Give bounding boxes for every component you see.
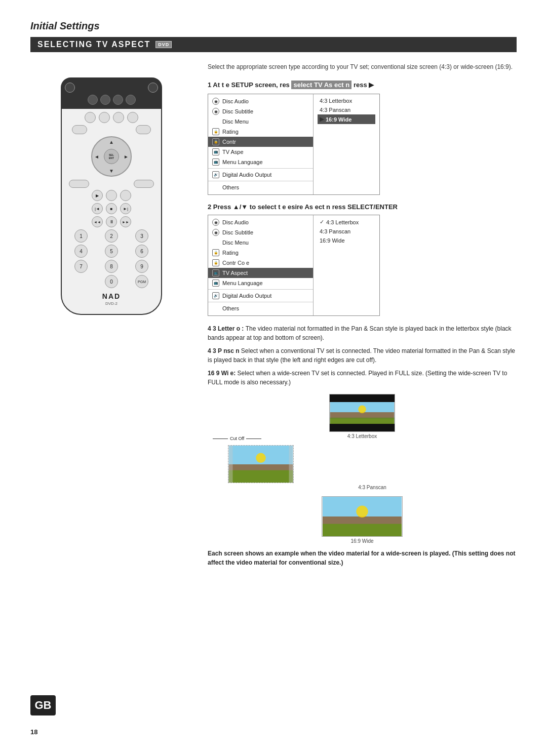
dvd2-label: DVD-2 (67, 301, 156, 306)
menu-2-disc-subtitle[interactable]: ◉ Disc Subtitle (208, 227, 313, 237)
others-icon-2 (212, 305, 219, 312)
num-4[interactable]: 4 (74, 245, 88, 258)
cut-off-line-left (213, 439, 228, 439)
num-2[interactable]: 2 (105, 229, 118, 243)
menu-2-contr[interactable]: 🔒 Contr Co e (208, 258, 313, 268)
num-7[interactable]: 7 (74, 260, 88, 273)
play-button[interactable]: ▶ (92, 190, 103, 201)
menu-2-others[interactable]: Others (208, 303, 313, 313)
letterbox-image-item: 4:3 Letterbox (208, 394, 517, 439)
next-button[interactable]: ►| (120, 203, 131, 214)
menu-2-menu-language[interactable]: 📺 Menu Language (208, 278, 313, 288)
menu-1-others[interactable]: Others (208, 182, 313, 192)
tv-aspect-icon-2: 📺 (212, 269, 219, 276)
wide-image-item: 16:9 Wide (208, 496, 517, 544)
rewind-button[interactable]: ◄◄ (92, 216, 103, 227)
intro-text: Select the appropriate screen type accor… (208, 62, 517, 71)
menu-1-menu-language[interactable]: 📺 Menu Language (208, 157, 313, 167)
menu-1-disc-audio[interactable]: ◉ Disc Audio (208, 96, 313, 106)
num-5[interactable]: 5 (105, 245, 118, 258)
remote-wrapper: 1,2 (61, 77, 162, 315)
menu-2-rating[interactable]: 🔒 Rating (208, 248, 313, 258)
menu-1-tv-aspect-label: TV Aspe (222, 149, 244, 155)
power-button[interactable] (65, 83, 75, 93)
menu-1-disc-subtitle[interactable]: ◉ Disc Subtitle (208, 106, 313, 116)
random-button[interactable] (126, 95, 136, 105)
menu-1-digital-audio-label: Digital Audio Output (222, 172, 271, 178)
menu-1-rating[interactable]: 🔒 Rating (208, 127, 313, 137)
menu-1-tv-aspect[interactable]: 📺 TV Aspe (208, 147, 313, 157)
option-43-letterbox[interactable]: 4:3 Letterbox (318, 96, 375, 105)
num-8[interactable]: 8 (105, 260, 118, 273)
bottom-text-strong: Each screen shows an example when the vi… (208, 550, 516, 566)
option2-43-panscan[interactable]: 4:3 Panscan (318, 227, 375, 236)
option2-43-letterbox[interactable]: ✓ 4:3 Letterbox (318, 217, 375, 227)
prev-button[interactable]: |◄ (92, 203, 103, 214)
pause-button[interactable]: ⏸ (106, 216, 117, 227)
num-6[interactable]: 6 (135, 245, 148, 258)
menu-lang-icon-2: 📺 (212, 280, 219, 287)
rating-icon: 🔒 (212, 128, 219, 135)
desc-letterbox-text: The video material not formatted in the … (208, 325, 512, 341)
open-close-button[interactable] (148, 83, 158, 93)
select-enter-button[interactable]: SELENT (104, 149, 119, 164)
digital-audio-icon-2: 🔊 (212, 292, 219, 299)
stop-button[interactable]: ■ (106, 203, 117, 214)
contr-icon: 🔒 (212, 138, 219, 145)
option-169-wide[interactable]: ▶ 16:9 Wide (318, 114, 375, 124)
menu-2-disc-audio-label: Disc Audio (222, 219, 249, 225)
step-1: 1 At t e SETUP screen, res select TV As … (208, 81, 517, 195)
contr-icon-2: 🔒 (212, 259, 219, 266)
menu-lang-icon: 📺 (212, 158, 219, 166)
panscan-image-box (228, 445, 294, 483)
menu-2-tv-aspect[interactable]: 📺 TV Aspect (208, 268, 313, 278)
num-9[interactable]: 9 (135, 260, 148, 273)
repeat-button[interactable] (100, 95, 110, 105)
num-3[interactable]: 3 (135, 229, 148, 243)
rating-icon-2: 🔒 (212, 249, 219, 256)
menu-2-disc-audio[interactable]: ◉ Disc Audio (208, 217, 313, 227)
menu-button[interactable] (136, 125, 151, 134)
menu-2-disc-menu[interactable]: Disc Menu (208, 237, 313, 248)
up-arrow[interactable]: ▲ (109, 139, 114, 145)
music-button[interactable] (85, 112, 96, 123)
d-pad[interactable]: ▲ ▼ ◄ ► SELENT (91, 136, 132, 177)
disc-audio-icon: ◉ (212, 98, 219, 105)
menu-1-contr[interactable]: 🔒 Contr (208, 137, 313, 147)
desc-letterbox: 4 3 Letter o : The video material not fo… (208, 324, 517, 342)
option-43-panscan[interactable]: 4:3 Panscan (318, 105, 375, 114)
sound-button[interactable] (127, 112, 138, 123)
wide-image-label: 16:9 Wide (350, 538, 373, 544)
title-button[interactable] (72, 125, 87, 134)
desc-wide-text: Select when a wide-screen TV set is conn… (208, 370, 507, 386)
angle-button[interactable] (113, 112, 124, 123)
setup-button[interactable] (88, 95, 98, 105)
channel-search-button[interactable] (106, 190, 117, 201)
tv-aspect-icon: 📺 (212, 148, 219, 155)
display-button[interactable] (69, 180, 89, 188)
dvd-button[interactable] (99, 112, 110, 123)
ff-button[interactable]: ►► (120, 216, 131, 227)
menu-2-contr-label: Contr Co e (222, 260, 249, 266)
prog-button[interactable]: PGM (135, 275, 148, 288)
svg-rect-3 (330, 418, 395, 425)
digital-audio-icon: 🔊 (212, 171, 219, 178)
search-button[interactable] (120, 190, 131, 201)
num-1[interactable]: 1 (74, 229, 88, 243)
left-arrow[interactable]: ◄ (94, 154, 99, 160)
ab-button[interactable] (113, 95, 123, 105)
disc-menu-icon-2 (212, 239, 219, 246)
panscan-scene-svg (228, 446, 293, 483)
descriptions: 4 3 Letter o : The video material not fo… (208, 324, 517, 387)
right-arrow[interactable]: ► (124, 154, 129, 160)
disc-menu-icon (212, 118, 219, 125)
menu-1-disc-menu[interactable]: Disc Menu (208, 116, 313, 127)
desc-wide-bold: 16 9 Wi e: (208, 370, 238, 377)
num-0[interactable]: 0 (105, 275, 118, 288)
menu-1-digital-audio[interactable]: 🔊 Digital Audio Output (208, 170, 313, 180)
option2-169-wide[interactable]: 16:9 Wide (318, 236, 375, 245)
zoom-button[interactable] (134, 180, 154, 188)
menu-2-digital-audio[interactable]: 🔊 Digital Audio Output (208, 291, 313, 301)
down-arrow[interactable]: ▼ (109, 168, 114, 174)
desc-panscan: 4 3 P nsc n Select when a conventional T… (208, 346, 517, 365)
